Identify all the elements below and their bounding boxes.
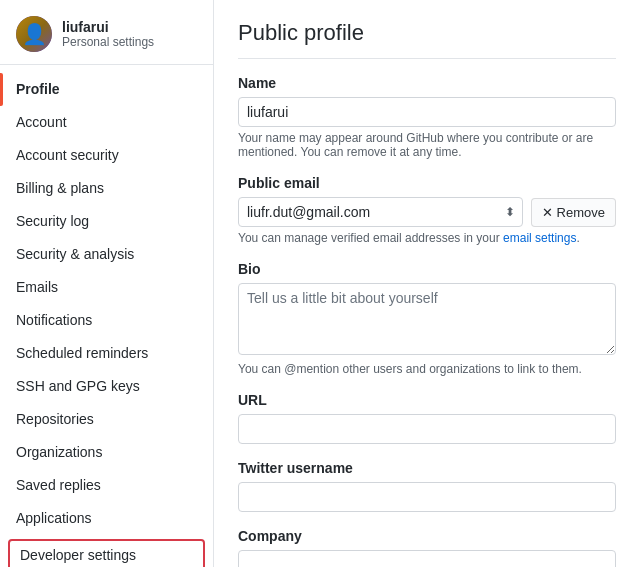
sidebar-link-repositories[interactable]: Repositories: [0, 403, 213, 436]
sidebar-link-security-log[interactable]: Security log: [0, 205, 213, 238]
sidebar-item-security-log[interactable]: Security log: [0, 205, 213, 238]
url-field-group: URL: [238, 392, 616, 444]
sidebar-link-profile[interactable]: Profile: [0, 73, 213, 106]
sidebar-nav-list: Profile Account Account security Billing…: [0, 73, 213, 567]
sidebar-link-organizations[interactable]: Organizations: [0, 436, 213, 469]
sidebar-item-repositories[interactable]: Repositories: [0, 403, 213, 436]
sidebar-item-account[interactable]: Account: [0, 106, 213, 139]
sidebar-item-security-analysis[interactable]: Security & analysis: [0, 238, 213, 271]
sidebar-item-billing[interactable]: Billing & plans: [0, 172, 213, 205]
twitter-input[interactable]: [238, 482, 616, 512]
sidebar-link-scheduled-reminders[interactable]: Scheduled reminders: [0, 337, 213, 370]
company-field-group: Company You can @mention your company's …: [238, 528, 616, 567]
bio-field-group: Bio You can @mention other users and org…: [238, 261, 616, 376]
email-field-group: Public email liufr.dut@gmail.com ⬍ ✕ Rem…: [238, 175, 616, 245]
url-label: URL: [238, 392, 616, 408]
name-input[interactable]: [238, 97, 616, 127]
sidebar-link-ssh-gpg[interactable]: SSH and GPG keys: [0, 370, 213, 403]
sidebar-username: liufarui: [62, 19, 154, 35]
sidebar-item-account-security[interactable]: Account security: [0, 139, 213, 172]
sidebar-link-emails[interactable]: Emails: [0, 271, 213, 304]
name-field-group: Name Your name may appear around GitHub …: [238, 75, 616, 159]
sidebar-user-header: liufarui Personal settings: [0, 8, 213, 65]
sidebar-link-developer-settings[interactable]: Developer settings: [8, 539, 205, 567]
avatar-image: [16, 16, 52, 52]
email-settings-link[interactable]: email settings: [503, 231, 576, 245]
sidebar-subtitle: Personal settings: [62, 35, 154, 49]
twitter-label: Twitter username: [238, 460, 616, 476]
bio-label: Bio: [238, 261, 616, 277]
sidebar-link-security-analysis[interactable]: Security & analysis: [0, 238, 213, 271]
sidebar-item-profile[interactable]: Profile: [0, 73, 213, 106]
sidebar-item-developer-settings[interactable]: Developer settings: [0, 539, 213, 567]
email-select-wrapper: liufr.dut@gmail.com ⬍: [238, 197, 523, 227]
sidebar-link-applications[interactable]: Applications: [0, 502, 213, 535]
email-hint: You can manage verified email addresses …: [238, 231, 616, 245]
sidebar-item-applications[interactable]: Applications: [0, 502, 213, 535]
twitter-field-group: Twitter username: [238, 460, 616, 512]
sidebar-item-saved-replies[interactable]: Saved replies: [0, 469, 213, 502]
page-title: Public profile: [238, 20, 616, 59]
sidebar-link-billing[interactable]: Billing & plans: [0, 172, 213, 205]
email-hint-text: You can manage verified email addresses …: [238, 231, 500, 245]
company-label: Company: [238, 528, 616, 544]
bio-hint: You can @mention other users and organiz…: [238, 362, 616, 376]
sidebar-link-account-security[interactable]: Account security: [0, 139, 213, 172]
remove-label: Remove: [557, 205, 605, 220]
sidebar-user-info: liufarui Personal settings: [62, 19, 154, 49]
url-input[interactable]: [238, 414, 616, 444]
remove-icon: ✕: [542, 205, 553, 220]
email-select[interactable]: liufr.dut@gmail.com: [238, 197, 523, 227]
sidebar-link-saved-replies[interactable]: Saved replies: [0, 469, 213, 502]
company-input[interactable]: [238, 550, 616, 567]
email-label: Public email: [238, 175, 616, 191]
email-row: liufr.dut@gmail.com ⬍ ✕ Remove: [238, 197, 616, 227]
sidebar-item-scheduled-reminders[interactable]: Scheduled reminders: [0, 337, 213, 370]
main-content: Public profile Name Your name may appear…: [214, 0, 640, 567]
bio-textarea[interactable]: [238, 283, 616, 355]
sidebar: liufarui Personal settings Profile Accou…: [0, 0, 214, 567]
sidebar-item-emails[interactable]: Emails: [0, 271, 213, 304]
sidebar-link-account[interactable]: Account: [0, 106, 213, 139]
sidebar-item-notifications[interactable]: Notifications: [0, 304, 213, 337]
sidebar-link-notifications[interactable]: Notifications: [0, 304, 213, 337]
name-hint: Your name may appear around GitHub where…: [238, 131, 616, 159]
sidebar-item-ssh-gpg[interactable]: SSH and GPG keys: [0, 370, 213, 403]
sidebar-item-organizations[interactable]: Organizations: [0, 436, 213, 469]
name-label: Name: [238, 75, 616, 91]
avatar: [16, 16, 52, 52]
remove-email-button[interactable]: ✕ Remove: [531, 198, 616, 227]
